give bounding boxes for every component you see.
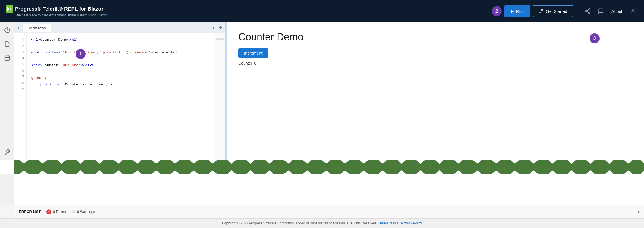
share-icon — [585, 8, 591, 14]
logo-area: Progress® Telerik® REPL for Blazor The b… — [6, 5, 492, 17]
svg-point-4 — [589, 9, 590, 10]
logo-top: Progress® Telerik® REPL for Blazor — [6, 5, 492, 13]
logo-text: Progress® Telerik® REPL for Blazor — [15, 6, 103, 12]
topnav: Progress® Telerik® REPL for Blazor The b… — [0, 0, 644, 22]
error-dot-icon: ✕ — [46, 209, 51, 214]
increment-button[interactable]: Increment — [238, 48, 268, 58]
warning-count: ⚠ 0 Warnings — [71, 209, 95, 214]
rocket-icon — [539, 9, 544, 14]
error-list-bar: ERROR LIST ✕ 0 Errors ⚠ 0 Warnings ▾ — [14, 205, 644, 218]
telerik-logo-icon — [6, 5, 13, 13]
svg-rect-11 — [5, 56, 9, 61]
tab-add-button[interactable]: + — [216, 23, 224, 32]
tab-next-button[interactable]: › — [211, 24, 216, 31]
preview-title: Counter Demo — [238, 31, 633, 43]
zigzag-container — [0, 160, 644, 174]
tab-prev-button[interactable]: ‹ — [16, 24, 21, 31]
sidebar — [0, 22, 14, 160]
svg-line-7 — [587, 11, 589, 13]
code-editor: 12345 6789 <h1>Counter Demo</h1> <button… — [14, 33, 225, 160]
feedback-button[interactable] — [595, 6, 606, 16]
main-razor-tab[interactable]: _Main.razor — [23, 24, 51, 32]
logo-subtitle: The best place to play, experiment, shar… — [15, 13, 492, 17]
privacy-link[interactable]: Privacy Policy — [401, 221, 422, 225]
comment-icon — [598, 8, 604, 14]
svg-point-9 — [632, 9, 634, 11]
error-count: ✕ 0 Errors — [46, 209, 66, 214]
nav-divider — [578, 6, 578, 16]
below-zigzag — [0, 174, 644, 205]
sidebar-bottom — [0, 174, 14, 205]
errors-text: 0 Errors — [53, 210, 66, 214]
run-button[interactable]: Run — [504, 5, 531, 17]
counter-display: Counter: 0 — [238, 61, 633, 65]
zigzag-band — [14, 160, 644, 174]
get-started-button[interactable]: Get Started — [533, 5, 573, 17]
share-button[interactable] — [583, 6, 593, 16]
preview-panel: Counter Demo Increment Counter: 0 3 — [227, 22, 644, 160]
step1-badge: 1 — [76, 49, 86, 59]
play-icon — [511, 9, 514, 14]
footer: Copyright © 2023 Progress Software Corpo… — [0, 218, 644, 228]
footer-text: Copyright © 2023 Progress Software Corpo… — [222, 221, 378, 225]
error-list-label: ERROR LIST — [19, 210, 41, 214]
editor-tabs: ‹ _Main.razor › + — [14, 22, 225, 33]
line-numbers: 12345 6789 — [14, 33, 27, 160]
warnings-text: 0 Warnings — [77, 210, 95, 214]
sidebar-icon-clock[interactable] — [3, 26, 12, 35]
step2-badge: 2 — [492, 6, 502, 16]
sidebar-icon-calendar[interactable] — [3, 53, 12, 62]
user-icon — [630, 8, 636, 14]
svg-point-5 — [586, 10, 587, 12]
warning-icon: ⚠ — [71, 209, 75, 214]
about-button[interactable]: About — [608, 7, 626, 16]
main-content: ‹ _Main.razor › + 12345 6789 <h1>Counter… — [0, 22, 644, 160]
minimap — [214, 33, 225, 160]
svg-line-8 — [587, 10, 589, 11]
svg-point-3 — [542, 10, 542, 11]
editor-panel: ‹ _Main.razor › + 12345 6789 <h1>Counter… — [14, 22, 226, 160]
error-list-dropdown[interactable]: ▾ — [638, 210, 640, 214]
step3-badge: 3 — [590, 33, 600, 43]
svg-point-6 — [589, 12, 590, 14]
nav-actions: 2 Run Get Started About — [492, 5, 638, 17]
sidebar-icon-tools[interactable] — [3, 148, 12, 156]
terms-link[interactable]: Terms of use — [380, 221, 399, 225]
sidebar-icon-file[interactable] — [3, 40, 12, 48]
editor-bottom-space — [14, 174, 644, 205]
code-content[interactable]: <h1>Counter Demo</h1> <button class="btn… — [27, 33, 214, 160]
user-button[interactable] — [628, 6, 638, 16]
